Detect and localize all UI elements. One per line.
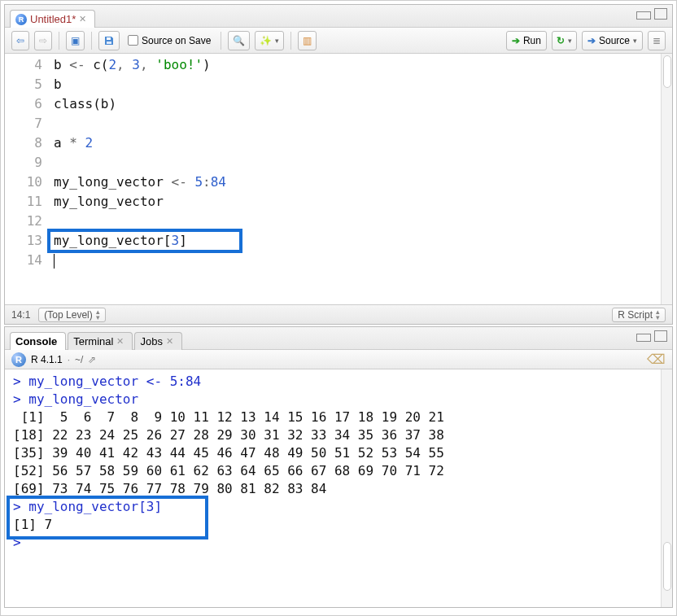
tab-terminal-label: Terminal xyxy=(73,335,113,347)
console-input-line: > my_long_vector xyxy=(13,391,664,408)
run-label: Run xyxy=(523,35,541,46)
console-input-line: > my_long_vector <- 5:84 xyxy=(13,373,664,391)
console-header: R R 4.1.1 · ~/ ⇗ ⌫ xyxy=(5,350,672,369)
language-selector[interactable]: R Script ▴▾ xyxy=(612,308,666,322)
close-icon[interactable]: ✕ xyxy=(116,336,124,347)
code-area[interactable]: b <- c(2, 3, 'boo!')bclass(b)a * 2my_lon… xyxy=(50,54,672,304)
toolbar-separator xyxy=(221,32,221,50)
rerun-icon: ↻ xyxy=(557,35,565,46)
scrollbar-thumb[interactable] xyxy=(663,55,671,88)
language-label: R Script xyxy=(618,309,653,321)
floppy-icon xyxy=(103,35,115,46)
line-number: 8 xyxy=(5,133,42,153)
code-line[interactable]: class(b) xyxy=(54,94,669,114)
cursor-position: 14:1 xyxy=(11,309,30,321)
source-label: Source xyxy=(599,35,630,46)
line-number-gutter: 4567891011121314 xyxy=(5,54,50,304)
code-line[interactable] xyxy=(54,153,669,173)
console-output-line: [18] 22 23 24 25 26 27 28 29 30 31 32 33… xyxy=(13,426,664,444)
code-line[interactable]: b <- c(2, 3, 'boo!') xyxy=(54,55,669,75)
find-button[interactable]: 🔍 xyxy=(228,31,250,50)
close-icon[interactable]: ✕ xyxy=(166,336,173,347)
console-output-line: [1] 5 6 7 8 9 10 11 12 13 14 15 16 17 18… xyxy=(13,408,664,426)
svg-rect-0 xyxy=(107,37,111,40)
back-button[interactable]: ⇦ xyxy=(11,31,29,50)
line-number: 13 xyxy=(5,231,42,251)
source-icon: ➔ xyxy=(587,35,596,46)
r-logo-icon: R xyxy=(11,352,26,367)
line-number: 12 xyxy=(5,212,42,231)
maximize-pane-icon[interactable] xyxy=(654,330,667,342)
annotation-highlight-editor xyxy=(47,229,242,253)
scrollbar-thumb[interactable] xyxy=(663,542,671,591)
source-tab-title: Untitled1* xyxy=(30,13,76,25)
close-icon[interactable]: ✕ xyxy=(79,14,86,24)
popout-icon[interactable]: ⇗ xyxy=(88,354,96,365)
line-number: 5 xyxy=(5,75,42,94)
search-icon: 🔍 xyxy=(233,35,245,46)
line-number: 7 xyxy=(5,114,42,133)
forward-button[interactable]: ⇨ xyxy=(34,31,52,50)
run-button[interactable]: ➔ Run xyxy=(506,31,547,50)
code-line[interactable]: my_long_vector <- 5:84 xyxy=(54,173,669,192)
scope-label: (Top Level) xyxy=(44,309,92,321)
line-number: 6 xyxy=(5,94,42,114)
r-file-icon: R xyxy=(15,14,27,25)
toolbar-separator xyxy=(290,32,291,50)
wand-icon: ✨ xyxy=(260,35,272,46)
outline-icon: ≣ xyxy=(653,35,661,46)
tab-jobs-label: Jobs xyxy=(140,335,162,347)
scope-selector[interactable]: (Top Level) ▴▾ xyxy=(38,308,105,322)
code-line[interactable]: my_long_vector xyxy=(54,192,669,212)
line-number: 4 xyxy=(5,55,42,75)
code-tools-button[interactable]: ✨▾ xyxy=(255,31,284,50)
console-scrollbar[interactable] xyxy=(661,369,672,607)
source-on-save-checkbox[interactable]: Source on Save xyxy=(124,31,214,50)
console-output-line: [35] 39 40 41 42 43 44 45 46 47 48 49 50… xyxy=(13,444,664,462)
tab-console[interactable]: Console xyxy=(10,332,66,350)
source-button[interactable]: ➔ Source ▾ xyxy=(582,31,643,50)
code-line[interactable]: b xyxy=(54,75,669,94)
dot-separator: · xyxy=(68,354,70,365)
code-line[interactable]: a * 2 xyxy=(54,133,669,153)
tab-console-label: Console xyxy=(15,335,57,347)
line-number: 10 xyxy=(5,173,42,192)
console-output-line: [52] 56 57 58 59 60 61 62 63 64 65 66 67… xyxy=(13,462,664,480)
source-pane: R Untitled1* ✕ ⇦ ⇨ ▣ Source on Save 🔍 ✨▾… xyxy=(4,4,673,325)
source-statusbar: 14:1 (Top Level) ▴▾ R Script ▴▾ xyxy=(5,304,672,324)
working-directory[interactable]: ~/ xyxy=(75,354,83,365)
rerun-button[interactable]: ↻▾ xyxy=(552,31,577,50)
line-number: 14 xyxy=(5,251,42,270)
save-button[interactable] xyxy=(98,31,120,50)
notebook-icon: ▥ xyxy=(303,35,312,46)
toolbar-separator xyxy=(59,32,59,50)
minimize-pane-icon[interactable] xyxy=(636,11,651,20)
r-version-label: R 4.1.1 xyxy=(31,354,63,365)
outline-button[interactable]: ≣ xyxy=(648,31,666,50)
compile-report-button[interactable]: ▥ xyxy=(298,31,317,50)
line-number: 9 xyxy=(5,153,42,173)
toolbar-separator xyxy=(91,32,92,50)
console-pane: Console Terminal ✕ Jobs ✕ R R 4.1.1 · ~/… xyxy=(4,326,673,608)
clear-console-button[interactable]: ⌫ xyxy=(647,352,666,367)
annotation-highlight-console xyxy=(7,496,208,540)
code-line[interactable] xyxy=(54,114,669,133)
checkbox-icon xyxy=(128,35,138,46)
maximize-pane-icon[interactable] xyxy=(654,8,667,20)
line-number: 11 xyxy=(5,192,42,212)
minimize-pane-icon[interactable] xyxy=(636,334,651,342)
show-in-new-window-button[interactable]: ▣ xyxy=(66,31,85,50)
editor-scrollbar[interactable] xyxy=(661,54,672,304)
tab-jobs[interactable]: Jobs ✕ xyxy=(134,332,181,350)
code-editor[interactable]: 4567891011121314 b <- c(2, 3, 'boo!')bcl… xyxy=(5,54,672,304)
source-tabbar: R Untitled1* ✕ xyxy=(5,5,672,28)
text-cursor xyxy=(54,254,55,269)
svg-rect-1 xyxy=(107,42,111,44)
tab-terminal[interactable]: Terminal ✕ xyxy=(68,332,133,350)
code-line[interactable] xyxy=(54,251,669,270)
run-icon: ➔ xyxy=(512,35,520,46)
source-on-save-label: Source on Save xyxy=(142,35,211,46)
source-tab[interactable]: R Untitled1* ✕ xyxy=(10,10,95,28)
console-output[interactable]: > my_long_vector <- 5:84> my_long_vector… xyxy=(5,369,672,607)
source-toolbar: ⇦ ⇨ ▣ Source on Save 🔍 ✨▾ ▥ ➔ Run ↻▾ ➔ S… xyxy=(5,28,672,54)
